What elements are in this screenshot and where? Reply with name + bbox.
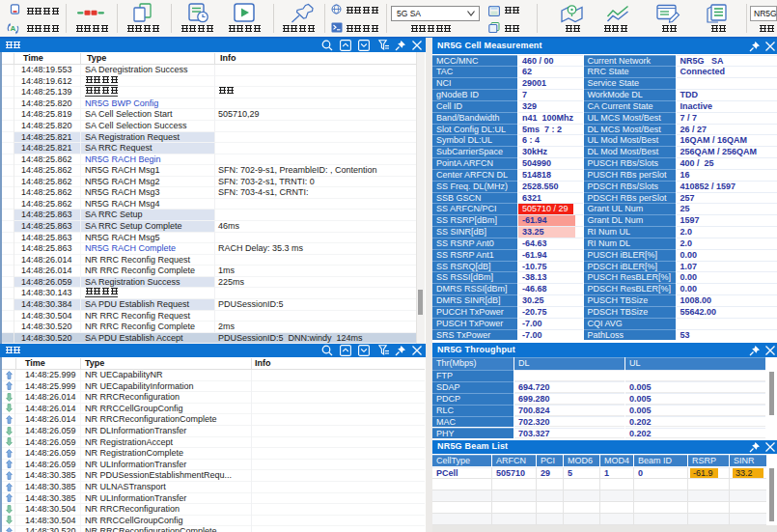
svg-text:A: A (11, 24, 16, 33)
